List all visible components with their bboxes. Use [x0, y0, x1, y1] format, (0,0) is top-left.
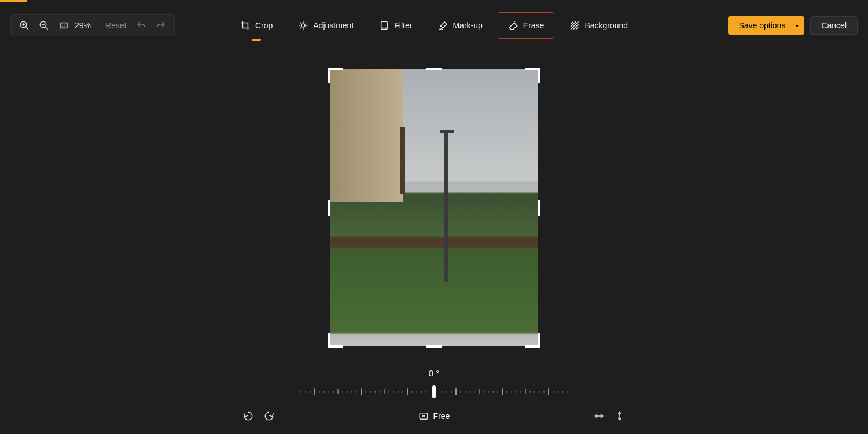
- slider-tick: [314, 388, 315, 395]
- slider-tick: [446, 391, 447, 393]
- action-buttons: Save options ▾ Cancel: [728, 16, 858, 35]
- rotation-slider[interactable]: [300, 385, 568, 398]
- tab-markup[interactable]: Mark-up: [427, 12, 492, 39]
- crop-handle-left[interactable]: [328, 200, 330, 216]
- adjustment-icon: [298, 20, 308, 31]
- slider-tick: [529, 391, 531, 393]
- erase-icon: [508, 20, 518, 31]
- tab-adjustment[interactable]: Adjustment: [288, 12, 364, 39]
- reset-button[interactable]: Reset: [101, 21, 131, 30]
- crop-handle-bottom[interactable]: [426, 345, 442, 348]
- slider-tick: [421, 391, 422, 393]
- slider-tick: [347, 391, 348, 393]
- tab-erase[interactable]: Erase: [498, 12, 555, 39]
- redo-button[interactable]: [151, 16, 171, 35]
- slider-tick: [562, 391, 563, 393]
- slider-tick: [328, 391, 329, 393]
- actual-size-button[interactable]: 1:1: [54, 16, 73, 35]
- zoom-cluster: 1:1 29% Reset: [10, 14, 175, 36]
- slider-tick: [469, 391, 470, 393]
- slider-tick: [319, 391, 320, 393]
- flip-horizontal-button[interactable]: [594, 411, 604, 421]
- aspect-label: Free: [433, 411, 450, 421]
- tab-background[interactable]: Background: [559, 12, 638, 39]
- slider-tick: [548, 388, 549, 395]
- slider-tick: [455, 388, 457, 395]
- markup-icon: [437, 20, 448, 31]
- slider-tick: [300, 391, 301, 393]
- save-options-button[interactable]: Save options ▾: [728, 16, 804, 35]
- slider-tick: [474, 391, 475, 393]
- cancel-label: Cancel: [821, 21, 847, 30]
- save-options-label: Save options: [738, 21, 785, 30]
- slider-tick: [465, 391, 466, 393]
- svg-point-9: [301, 24, 305, 27]
- slider-tick: [337, 389, 339, 394]
- rotate-cw-button[interactable]: [264, 411, 274, 421]
- tab-background-label: Background: [584, 21, 628, 30]
- actual-size-icon: 1:1: [58, 20, 69, 31]
- slider-tick: [492, 391, 494, 393]
- slider-tick: [333, 391, 334, 393]
- slider-tick: [361, 388, 362, 395]
- slider-tick: [416, 391, 417, 393]
- rotate-buttons: [243, 411, 274, 421]
- slider-tick: [511, 391, 512, 393]
- background-icon: [569, 20, 580, 31]
- tab-filter-label: Filter: [394, 21, 412, 30]
- filter-icon: [379, 20, 389, 31]
- slider-thumb[interactable]: [432, 385, 436, 398]
- flip-vertical-button[interactable]: [615, 411, 625, 421]
- svg-line-15: [306, 28, 307, 29]
- aspect-ratio-button[interactable]: Free: [418, 411, 450, 421]
- slider-tick: [384, 389, 385, 394]
- tool-tabs: Crop Adjustment Filter Mark-up Erase Bac…: [230, 12, 638, 39]
- undo-icon: [136, 20, 146, 31]
- progress-bar: [0, 0, 27, 2]
- slider-tick: [379, 391, 380, 393]
- slider-tick: [502, 388, 503, 395]
- slider-tick: [425, 391, 426, 393]
- top-toolbar: 1:1 29% Reset Crop Adjustment Filter Mar…: [0, 14, 868, 37]
- photo-preview: [330, 69, 538, 346]
- slider-tick: [567, 391, 568, 393]
- slider-tick: [388, 391, 389, 393]
- bottom-bar: Free: [243, 411, 625, 421]
- image-canvas[interactable]: [330, 69, 538, 346]
- slider-tick: [323, 391, 325, 393]
- tab-crop[interactable]: Crop: [230, 12, 283, 39]
- undo-button[interactable]: [131, 16, 151, 35]
- crop-handle-top[interactable]: [426, 68, 442, 70]
- slider-tick: [553, 391, 554, 393]
- tab-markup-label: Mark-up: [453, 21, 482, 30]
- slider-tick: [342, 391, 343, 393]
- tab-erase-label: Erase: [523, 21, 545, 30]
- crop-handle-right[interactable]: [538, 200, 540, 216]
- aspect-icon: [418, 411, 429, 421]
- slider-tick: [525, 389, 526, 394]
- slider-tick: [393, 391, 394, 393]
- slider-tick: [516, 391, 517, 393]
- svg-line-17: [306, 23, 307, 24]
- slider-tick: [534, 391, 535, 393]
- slider-tick: [356, 391, 357, 393]
- zoom-in-button[interactable]: [14, 16, 34, 35]
- slider-tick: [497, 391, 498, 393]
- cancel-button[interactable]: Cancel: [810, 16, 858, 35]
- tab-filter[interactable]: Filter: [369, 12, 422, 39]
- slider-tick: [398, 391, 399, 393]
- slider-tick: [488, 391, 489, 393]
- slider-tick: [520, 391, 521, 393]
- zoom-out-button[interactable]: [34, 16, 54, 35]
- slider-tick: [442, 391, 443, 393]
- photo-lamp: [444, 130, 448, 282]
- slider-tick: [483, 391, 484, 393]
- svg-line-1: [25, 27, 28, 30]
- rotate-ccw-button[interactable]: [243, 411, 253, 421]
- tab-crop-label: Crop: [255, 21, 273, 30]
- zoom-in-icon: [19, 20, 30, 31]
- redo-icon: [156, 20, 166, 31]
- slider-tick: [557, 391, 558, 393]
- flip-buttons: [594, 411, 625, 421]
- chevron-down-icon: ▾: [796, 23, 799, 29]
